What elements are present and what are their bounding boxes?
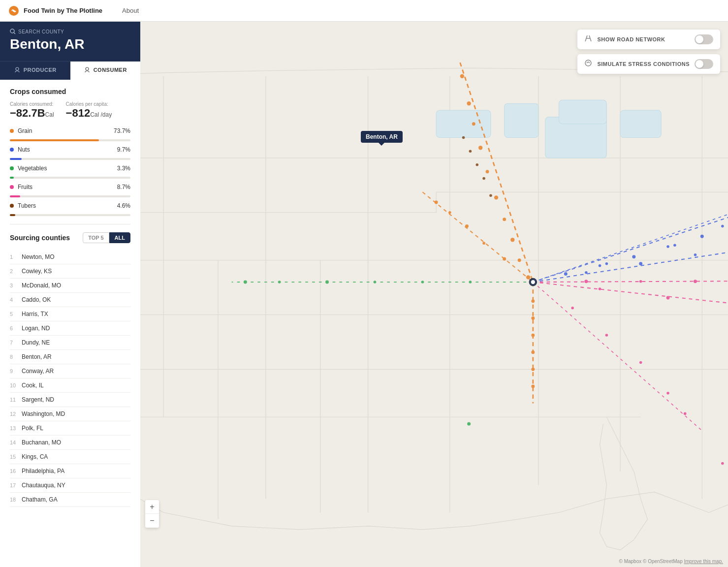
stats-row: Calories consumed: −82.7BCal Calories pe… [10, 101, 130, 120]
svg-point-32 [531, 334, 535, 337]
list-item[interactable]: 15 Kings, CA [10, 450, 130, 464]
svg-point-46 [694, 253, 697, 256]
stress-label: SIMULATE STRESS CONDITIONS [597, 61, 690, 67]
svg-point-91 [462, 136, 465, 139]
calories-consumed-stat: Calories consumed: −82.7BCal [10, 101, 54, 120]
svg-point-34 [531, 368, 535, 371]
calories-per-capita-stat: Calories per capita: −812Cal /day [66, 101, 112, 120]
divider [10, 224, 130, 224]
svg-point-24 [435, 201, 438, 204]
svg-point-67 [605, 334, 608, 337]
svg-point-4 [16, 67, 19, 70]
improve-map-link[interactable]: Improve this map. [684, 559, 723, 564]
svg-point-56 [639, 280, 642, 283]
svg-point-38 [599, 264, 601, 267]
svg-point-81 [421, 281, 424, 284]
svg-point-21 [518, 258, 521, 262]
county-title: Benton, AR [10, 36, 130, 52]
svg-point-70 [684, 412, 687, 415]
sourcing-section: Sourcing counties TOP 5 ALL 1 Newton, MO… [10, 232, 130, 507]
list-item[interactable]: 14 Buchanan, MO [10, 436, 130, 450]
map-area: Benton, AR SHOW ROAD NETWORK SIMULATE ST… [140, 22, 728, 567]
list-item[interactable]: 13 Polk, FL [10, 421, 130, 436]
crop-item: Tubers 4.6% [10, 202, 130, 216]
stress-toggle[interactable] [695, 59, 713, 69]
tab-producer[interactable]: PRODUCER [0, 62, 70, 80]
svg-point-2 [10, 29, 14, 33]
svg-point-82 [374, 281, 377, 284]
list-item[interactable]: 1 Newton, MO [10, 250, 130, 264]
svg-point-69 [666, 392, 669, 395]
svg-point-14 [467, 101, 471, 105]
nav-about[interactable]: About [122, 7, 139, 14]
svg-point-78 [721, 462, 724, 465]
filter-top5-button[interactable]: TOP 5 [83, 232, 109, 243]
svg-point-25 [448, 211, 451, 214]
crop-bars: Grain 73.7% Nuts 9.7% Vegetables 3.3% [10, 127, 130, 216]
svg-point-44 [585, 271, 588, 274]
list-item[interactable]: 7 Dundy, NE [10, 336, 130, 350]
zoom-in-button[interactable]: + [145, 500, 159, 514]
list-item[interactable]: 6 Logan, ND [10, 321, 130, 336]
svg-point-51 [673, 244, 676, 247]
search-county-button[interactable]: SEARCH COUNTY [10, 29, 130, 34]
filter-buttons: TOP 5 ALL [83, 232, 130, 243]
svg-point-39 [632, 255, 635, 258]
search-icon [10, 29, 16, 34]
list-item[interactable]: 16 Philadelphia, PA [10, 464, 130, 478]
list-item[interactable]: 8 Benton, AR [10, 350, 130, 364]
svg-point-68 [639, 361, 642, 364]
svg-point-61 [599, 287, 601, 290]
road-network-card: SHOW ROAD NETWORK [577, 30, 720, 49]
left-panel: SEARCH COUNTY Benton, AR PRODUCER CONSUM… [0, 22, 140, 567]
list-item[interactable]: 3 McDonald, MO [10, 279, 130, 293]
list-item[interactable]: 2 Cowley, KS [10, 264, 130, 279]
list-item[interactable]: 10 Cook, IL [10, 378, 130, 393]
svg-point-55 [584, 280, 588, 283]
list-item[interactable]: 5 Harris, TX [10, 307, 130, 321]
list-item[interactable]: 17 Chautauqua, NY [10, 478, 130, 493]
svg-rect-8 [505, 103, 538, 137]
svg-point-37 [564, 272, 568, 276]
map-svg [140, 22, 728, 567]
sourcing-header: Sourcing counties TOP 5 ALL [10, 232, 130, 243]
svg-rect-7 [436, 110, 491, 137]
logo-area: Food Twin by The Plotline [8, 5, 102, 17]
svg-point-30 [531, 299, 535, 303]
list-item[interactable]: 12 Washington, MD [10, 407, 130, 421]
logo-text: Food Twin by The Plotline [24, 7, 102, 14]
list-item[interactable]: 9 Conway, AR [10, 364, 130, 378]
svg-line-3 [14, 32, 15, 34]
svg-rect-11 [559, 100, 606, 124]
list-item[interactable]: 18 Chatham, GA [10, 493, 130, 507]
calories-consumed-value: −82.7BCal [10, 107, 54, 120]
svg-point-90 [467, 422, 471, 426]
svg-point-92 [469, 150, 472, 153]
svg-point-5 [86, 67, 89, 70]
crop-item: Fruits 8.7% [10, 184, 130, 197]
svg-point-41 [700, 235, 704, 238]
svg-point-83 [325, 281, 329, 284]
map-attribution: © Mapbox © OpenStreetMap Improve this ma… [619, 559, 723, 564]
svg-point-33 [531, 350, 535, 354]
crop-item: Grain 73.7% [10, 127, 130, 141]
svg-point-19 [503, 218, 506, 221]
top-nav: Food Twin by The Plotline About [0, 0, 728, 22]
tabs-bar: PRODUCER CONSUMER [0, 61, 140, 80]
crop-item: Nuts 9.7% [10, 146, 130, 160]
svg-point-28 [503, 257, 506, 261]
svg-rect-6 [140, 22, 728, 567]
svg-point-27 [482, 242, 485, 245]
road-network-icon [584, 34, 592, 44]
road-network-toggle[interactable] [695, 34, 713, 44]
svg-point-40 [666, 245, 669, 248]
list-item[interactable]: 4 Caddo, OK [10, 293, 130, 307]
tab-consumer[interactable]: CONSUMER [70, 62, 141, 80]
svg-point-62 [666, 296, 670, 299]
stress-conditions-card: SIMULATE STRESS CONDITIONS [577, 54, 720, 74]
svg-point-50 [605, 262, 608, 265]
zoom-out-button[interactable]: − [145, 514, 159, 528]
svg-point-80 [469, 281, 472, 284]
filter-all-button[interactable]: ALL [109, 232, 130, 243]
list-item[interactable]: 11 Sargent, ND [10, 393, 130, 407]
